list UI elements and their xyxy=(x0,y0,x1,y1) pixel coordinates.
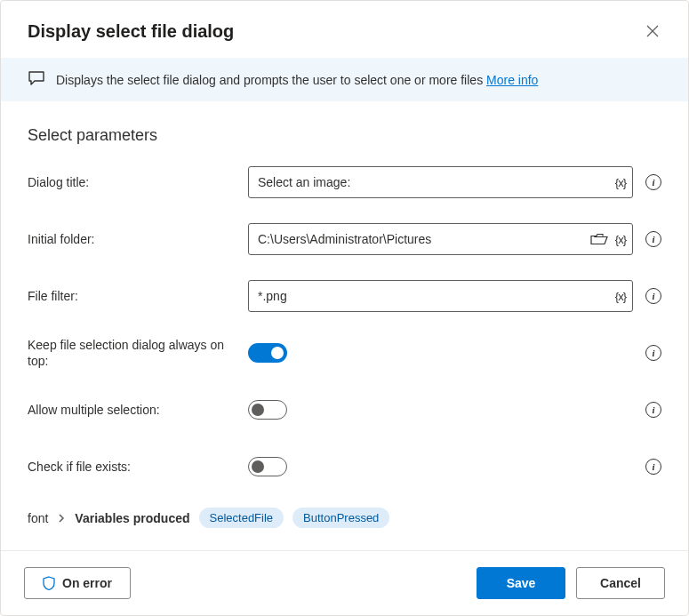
dialog-title: Display select file dialog xyxy=(28,21,234,42)
banner-text: Displays the select file dialog and prom… xyxy=(56,73,538,87)
folder-browse-icon[interactable] xyxy=(590,233,608,245)
label-dialog-title: Dialog title: xyxy=(28,174,248,190)
input-file-filter[interactable] xyxy=(248,280,633,312)
variable-picker-icon[interactable]: {x} xyxy=(613,174,628,191)
info-icon[interactable]: i xyxy=(645,231,661,247)
variable-picker-icon[interactable]: {x} xyxy=(613,288,628,305)
info-icon[interactable]: i xyxy=(645,459,661,475)
row-file-filter: File filter: {x} i xyxy=(28,280,661,312)
info-icon[interactable]: i xyxy=(645,345,661,361)
dialog-root: Display select file dialog Displays the … xyxy=(0,0,689,616)
info-banner: Displays the select file dialog and prom… xyxy=(1,58,688,101)
more-info-link[interactable]: More info xyxy=(486,73,538,87)
chevron-right-icon[interactable] xyxy=(57,514,66,523)
close-icon xyxy=(646,25,659,37)
comment-icon xyxy=(28,70,45,89)
label-initial-folder: Initial folder: xyxy=(28,231,248,247)
shield-icon xyxy=(43,576,55,590)
info-icon[interactable]: i xyxy=(645,288,661,304)
info-icon[interactable]: i xyxy=(645,402,661,418)
save-button[interactable]: Save xyxy=(477,567,565,599)
on-error-button[interactable]: On error xyxy=(24,567,131,599)
section-title: Select parameters xyxy=(28,126,661,145)
variable-pill[interactable]: ButtonPressed xyxy=(292,508,389,528)
dialog-footer: On error Save Cancel xyxy=(1,550,688,615)
cancel-button[interactable]: Cancel xyxy=(576,567,665,599)
label-file-filter: File filter: xyxy=(28,288,248,304)
row-always-on-top: Keep file selection dialog always on top… xyxy=(28,337,661,369)
variable-picker-icon[interactable]: {x} xyxy=(613,231,628,248)
row-initial-folder: Initial folder: {x} i xyxy=(28,223,661,255)
toggle-check-exists[interactable] xyxy=(248,457,287,476)
label-always-on-top: Keep file selection dialog always on top… xyxy=(28,337,248,369)
close-button[interactable] xyxy=(642,20,663,42)
toggle-always-on-top[interactable] xyxy=(248,343,287,363)
variables-produced-label: Variables produced xyxy=(75,511,189,525)
row-check-exists: Check if file exists: i xyxy=(28,451,661,483)
dialog-header: Display select file dialog xyxy=(1,1,688,58)
dialog-content: Select parameters Dialog title: {x} i In… xyxy=(1,101,688,550)
label-check-exists: Check if file exists: xyxy=(28,459,248,475)
row-dialog-title: Dialog title: {x} i xyxy=(28,166,661,198)
row-allow-multiple: Allow multiple selection: i xyxy=(28,394,661,426)
info-icon[interactable]: i xyxy=(645,174,661,190)
variable-pill[interactable]: SelectedFile xyxy=(199,508,284,528)
variables-produced-row: font Variables produced SelectedFile But… xyxy=(28,508,661,528)
label-allow-multiple: Allow multiple selection: xyxy=(28,402,248,418)
toggle-allow-multiple[interactable] xyxy=(248,400,287,420)
input-initial-folder[interactable] xyxy=(248,223,633,255)
input-dialog-title[interactable] xyxy=(248,166,633,198)
